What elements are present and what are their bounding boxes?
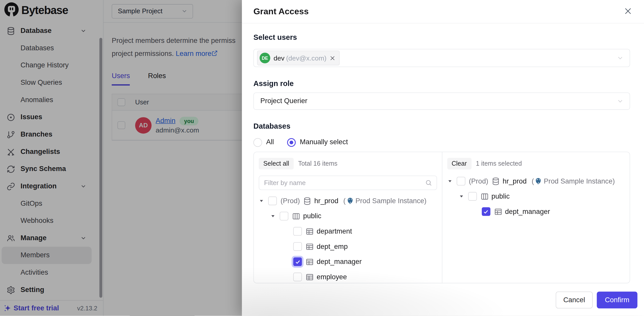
chevron-down-icon	[616, 98, 624, 105]
tree-node-table[interactable]: department	[259, 224, 437, 239]
table-icon	[306, 227, 314, 235]
tree-node-instance[interactable]: (Prod) hr_prod ( Prod Sample Instance)	[447, 174, 625, 189]
table-icon	[306, 242, 314, 251]
checkbox[interactable]	[468, 192, 477, 201]
caret-down-icon[interactable]	[447, 178, 453, 184]
tree-node-table[interactable]: dept_manager	[447, 204, 625, 219]
table-icon	[306, 273, 314, 281]
caret-down-icon[interactable]	[259, 198, 264, 204]
filter-input-wrap	[259, 176, 437, 190]
total-items-label: Total 16 items	[298, 160, 337, 167]
assign-role-label: Assign role	[253, 79, 630, 89]
modal-overlay[interactable]	[0, 0, 242, 316]
databases-label: Databases	[253, 122, 630, 132]
confirm-button[interactable]: Confirm	[597, 291, 637, 308]
modal-footer: Cancel Confirm	[556, 291, 638, 308]
tree-node-schema[interactable]: public	[447, 189, 625, 204]
caret-down-icon[interactable]	[459, 194, 464, 199]
checkbox-checked[interactable]	[482, 207, 490, 216]
selected-tree: (Prod) hr_prod ( Prod Sample Instance)	[447, 174, 625, 219]
checkbox[interactable]	[293, 273, 302, 281]
tree-node-schema[interactable]: public	[259, 209, 437, 224]
tree-node-table[interactable]: dept_manager	[259, 254, 437, 270]
checkbox[interactable]	[293, 227, 302, 236]
select-all-button[interactable]: Select all	[259, 158, 294, 169]
caret-down-icon[interactable]	[270, 213, 276, 219]
checkbox[interactable]	[268, 197, 277, 205]
schema-icon	[480, 192, 488, 200]
database-scope-radios: All Manually select	[253, 138, 630, 147]
cancel-button[interactable]: Cancel	[556, 291, 593, 308]
checkbox[interactable]	[457, 177, 465, 186]
screen: Bytebase Database Databases Change Histo…	[0, 0, 644, 316]
avatar: DE	[260, 53, 270, 63]
clear-button[interactable]: Clear	[447, 158, 471, 169]
tree-node-table[interactable]: dept_emp	[259, 239, 437, 254]
source-pane: Select all Total 16 items (Prod)	[254, 152, 442, 283]
users-multiselect[interactable]: DE dev (dev@x.com)	[253, 49, 630, 67]
database-tree-picker: Select all Total 16 items (Prod)	[253, 152, 630, 283]
filter-input[interactable]	[264, 179, 425, 187]
modal-title: Grant Access	[253, 7, 309, 17]
close-icon[interactable]	[623, 7, 633, 17]
source-tree: (Prod) hr_prod ( Prod Sample Instance)	[259, 193, 437, 283]
grant-access-modal: Grant Access Select users DE dev (dev@x.…	[242, 0, 644, 316]
table-icon	[306, 258, 314, 266]
tree-node-table[interactable]: employee	[259, 269, 437, 283]
tree-node-instance[interactable]: (Prod) hr_prod ( Prod Sample Instance)	[259, 193, 437, 209]
chevron-down-icon	[616, 54, 624, 62]
postgres-icon	[534, 177, 542, 185]
database-icon	[492, 177, 500, 185]
role-select[interactable]: Project Querier	[253, 92, 630, 110]
search-icon	[425, 179, 432, 186]
selected-count-label: 1 items selected	[476, 160, 522, 167]
checkbox[interactable]	[280, 212, 288, 221]
checkbox-checked[interactable]	[293, 257, 302, 266]
modal-header: Grant Access	[242, 0, 644, 23]
radio-all[interactable]	[253, 138, 262, 147]
checkbox[interactable]	[293, 242, 302, 251]
postgres-icon	[346, 197, 354, 205]
schema-icon	[292, 212, 300, 220]
remove-user-icon[interactable]	[329, 55, 336, 61]
user-chip: DE dev (dev@x.com)	[257, 51, 340, 65]
selected-pane: Clear 1 items selected (Prod) hr_prod (	[442, 152, 630, 283]
radio-manually-select[interactable]	[287, 138, 296, 147]
database-icon	[303, 197, 311, 205]
table-icon	[494, 208, 502, 216]
select-users-label: Select users	[253, 33, 630, 43]
